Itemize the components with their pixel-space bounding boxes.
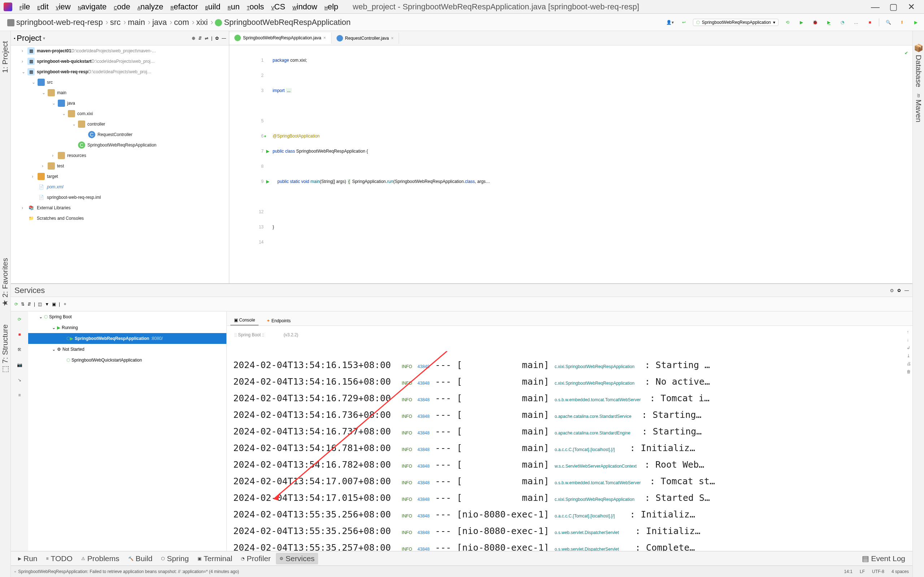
maximize-button[interactable]: ▢ [890, 3, 897, 10]
status-UTF-8[interactable]: UTF-8 [872, 569, 884, 574]
settings-icon[interactable]: ✿ [215, 36, 219, 41]
services-tree[interactable]: ⌄⬡ Spring Boot⌄▶ Running⬡▶ SpringbootWeb… [28, 311, 227, 551]
svc-node-3[interactable]: ⌄⚙ Not Started [28, 344, 226, 355]
profile-icon[interactable]: ◔ [838, 18, 847, 27]
back-icon[interactable]: ↩ [679, 18, 688, 27]
tree-node-3[interactable]: ⌄src [11, 77, 229, 87]
tree-node-6[interactable]: ⌄com.xixi [11, 108, 229, 119]
svc-gear-icon[interactable]: ✿ [897, 288, 901, 293]
status-4 spaces[interactable]: 4 spaces [892, 569, 909, 574]
menu-tools[interactable]: Tools [243, 2, 268, 11]
wrap-icon[interactable]: ↲ [907, 345, 911, 350]
tree-node-7[interactable]: ⌄controller [11, 119, 229, 129]
tree-node-10[interactable]: ›resources [11, 150, 229, 161]
debug-icon[interactable]: 🐞 [810, 18, 820, 27]
svc-rerun-icon[interactable]: ⟳ [15, 302, 18, 307]
svc-node-0[interactable]: ⌄⬡ Spring Boot [28, 311, 226, 322]
svc-tool1-icon[interactable]: 🛠 [15, 345, 24, 355]
crumb-4[interactable]: com [170, 16, 193, 28]
menu-run[interactable]: Run [224, 2, 243, 11]
menu-vcs[interactable]: VCS [268, 2, 289, 11]
hide-icon[interactable]: — [222, 36, 226, 41]
rail-database-tab[interactable]: 📦 Database [913, 42, 924, 89]
menu-file[interactable]: File [16, 2, 34, 11]
rail-structure-tab[interactable]: ⬚ 7: Structure [1, 324, 10, 373]
search-icon[interactable]: 🔍 [884, 18, 893, 27]
user-icon[interactable]: 👤▾ [666, 18, 675, 27]
tree-node-15[interactable]: ›📚External Libraries [11, 202, 229, 213]
svc-node-1[interactable]: ⌄▶ Running [28, 322, 226, 333]
svc-filter-icon[interactable]: ⇅ [21, 302, 24, 307]
menu-refactor[interactable]: Refactor [167, 2, 202, 11]
svc-stop-btn[interactable]: ■ [15, 329, 24, 340]
tree-node-4[interactable]: ⌄main [11, 87, 229, 98]
svc-add-icon[interactable]: ＋ [63, 301, 67, 307]
console-output[interactable]: :: Spring Boot :: (v3.2.2) 2024-02-04T13… [227, 326, 913, 551]
close-button[interactable]: ✕ [908, 3, 915, 10]
console-tab[interactable]: ▣ Console [230, 315, 258, 326]
svc-arrow-icon[interactable]: ↘ [15, 375, 24, 385]
minimize-button[interactable]: — [872, 3, 879, 10]
tree-node-12[interactable]: ›target [11, 171, 229, 182]
scroll-down-icon[interactable]: ↓ [907, 337, 911, 342]
tree-node-0[interactable]: ›▦maven-project01 D:\code\IdeaProjects\w… [11, 45, 229, 56]
print-icon[interactable]: 🖨 [907, 361, 911, 366]
svc-tree-icon[interactable]: ◫ [38, 302, 42, 307]
menu-edit[interactable]: Edit [34, 2, 52, 11]
menu-navigate[interactable]: Navigate [74, 2, 110, 11]
bottom-tab-run[interactable]: ▶Run [15, 553, 41, 564]
crumb-5[interactable]: xixi [193, 16, 212, 28]
menu-window[interactable]: Window [289, 2, 321, 11]
event-log-tab[interactable]: ▤ Event Log [858, 553, 909, 564]
rail-project-tab[interactable]: 1: Project [1, 41, 10, 73]
menu-view[interactable]: View [52, 2, 74, 11]
tree-node-11[interactable]: ›test [11, 161, 229, 171]
crumb-0[interactable]: springboot-web-req-resp [3, 16, 107, 28]
bottom-tab-todo[interactable]: ≡TODO [43, 553, 76, 564]
trash-icon[interactable]: 🗑 [907, 369, 911, 374]
crumb-1[interactable]: src [107, 16, 124, 28]
rerun-icon[interactable]: ⟲ [783, 18, 792, 27]
inspection-icon[interactable]: ✔ [905, 45, 913, 283]
bottom-tab-services[interactable]: ⚙Services [276, 553, 318, 564]
tree-node-13[interactable]: 📄pom.xml [11, 182, 229, 192]
bottom-tab-profiler[interactable]: ◔Profiler [237, 553, 275, 564]
tree-node-14[interactable]: 📄springboot-web-req-resp.iml [11, 192, 229, 202]
scroll-up-icon[interactable]: ↑ [907, 329, 911, 335]
svc-lines-icon[interactable]: ≡ [15, 390, 24, 400]
run-config-select[interactable]: ⬡SpringbootWebReqRespApplication▾ [693, 19, 779, 26]
scroll-end-icon[interactable]: ⤓ [907, 353, 911, 358]
tree-node-5[interactable]: ⌄java [11, 98, 229, 108]
tree-node-9[interactable]: CSpringbootWebReqRespApplication [11, 140, 229, 150]
ide-icon[interactable]: ▶ [911, 18, 921, 27]
attach-icon[interactable]: … [851, 18, 861, 27]
bottom-tab-build[interactable]: 🔨Build [124, 553, 156, 564]
bottom-tab-spring[interactable]: ⬡Spring [157, 553, 192, 564]
svc-settings-icon[interactable]: ⊙ [890, 288, 894, 293]
crumb-6[interactable]: SpringbootWebReqRespApplication [211, 16, 354, 28]
project-tree[interactable]: ›▦maven-project01 D:\code\IdeaProjects\w… [11, 45, 229, 283]
svc-hide-icon[interactable]: — [905, 288, 909, 293]
crumb-2[interactable]: main [124, 16, 149, 28]
tree-node-1[interactable]: ›▦springboot-web-quickstart D:\code\Idea… [11, 56, 229, 66]
tree-node-2[interactable]: ⌄▦springboot-web-req-resp D:\code\IdeaPr… [11, 66, 229, 77]
menu-build[interactable]: Build [202, 2, 224, 11]
svc-layout-icon[interactable]: ▣ [52, 302, 56, 307]
svc-camera-icon[interactable]: 📷 [15, 360, 24, 370]
svc-node-4[interactable]: ⬡ SpringbootWebQuickstartApplication [28, 355, 226, 366]
rail-favorites-tab[interactable]: ★ 2: Favorites [1, 258, 10, 307]
svc-funnel-icon[interactable]: ▼ [45, 302, 49, 307]
run-icon[interactable]: ▶ [796, 18, 806, 27]
menu-code[interactable]: Code [110, 2, 134, 11]
rail-maven-tab[interactable]: m Maven [913, 92, 924, 124]
tab-SpringbootWebReqRespApplication.java[interactable]: SpringbootWebReqRespApplication.java× [229, 32, 331, 44]
svc-run-icon[interactable]: ⟳ [15, 314, 24, 324]
coverage-icon[interactable]: ▶̲ [824, 18, 834, 27]
menu-help[interactable]: Help [321, 2, 342, 11]
tree-node-8[interactable]: CRequestController [11, 129, 229, 140]
status-LF[interactable]: LF [860, 569, 865, 574]
locate-icon[interactable]: ⊕ [192, 36, 195, 41]
code-editor[interactable]: package com.xixi; import ... @SpringBoot… [267, 45, 905, 283]
status-14:1[interactable]: 14:1 [844, 569, 853, 574]
svc-node-2[interactable]: ⬡▶ SpringbootWebReqRespApplication :8080… [28, 333, 226, 344]
